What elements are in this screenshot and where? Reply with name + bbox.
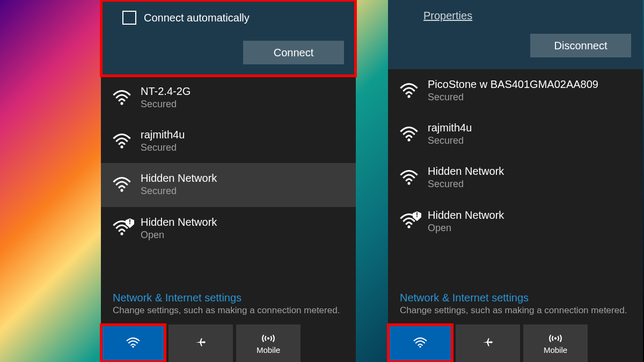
network-text: NT-2.4-2GSecured xyxy=(141,85,191,111)
network-item[interactable]: Hidden NetworkSecured xyxy=(101,163,356,206)
quick-action-tiles: Mobile xyxy=(388,324,643,362)
svg-point-3 xyxy=(120,233,123,235)
wifi-open-icon xyxy=(400,212,418,231)
airplane-mode-tile[interactable] xyxy=(456,324,520,362)
airplane-mode-tile[interactable] xyxy=(169,324,233,362)
network-item[interactable]: Hidden NetworkOpen xyxy=(101,207,356,250)
network-settings-subtitle: Change settings, such as making a connec… xyxy=(400,305,631,316)
properties-link[interactable]: Properties xyxy=(423,10,472,22)
network-item[interactable]: Hidden NetworkOpen xyxy=(388,200,643,243)
svg-point-5 xyxy=(267,337,269,339)
connect-button[interactable]: Connect xyxy=(243,41,344,64)
network-security: Secured xyxy=(141,98,191,111)
svg-point-1 xyxy=(120,145,123,148)
mobile-tile-label: Mobile xyxy=(257,345,280,354)
wifi-icon xyxy=(400,169,418,187)
wifi-icon xyxy=(400,82,418,100)
wifi-icon xyxy=(400,125,418,144)
network-security: Secured xyxy=(141,184,217,198)
network-list: NT-2.4-2GSecuredrajmith4uSecuredHidden N… xyxy=(101,76,356,286)
airplane-icon xyxy=(194,337,208,349)
network-item[interactable]: Hidden NetworkSecured xyxy=(388,156,643,200)
wifi-icon xyxy=(113,132,131,151)
network-text: PicoStone w BAS401GMA02AA809Secured xyxy=(428,78,598,104)
network-name: rajmith4u xyxy=(141,128,185,141)
mobile-hotspot-icon xyxy=(261,333,275,344)
network-name: Hidden Network xyxy=(141,216,217,228)
wifi-open-icon xyxy=(113,219,131,238)
wifi-icon xyxy=(413,337,427,349)
network-settings-link[interactable]: Network & Internet settings xyxy=(113,292,344,304)
network-security: Secured xyxy=(141,141,185,154)
wifi-icon xyxy=(113,176,131,194)
network-settings-subtitle: Change settings, such as making a connec… xyxy=(113,305,344,316)
svg-point-11 xyxy=(554,337,557,339)
network-security: Open xyxy=(428,221,504,235)
network-text: Hidden NetworkOpen xyxy=(428,209,504,235)
svg-point-9 xyxy=(407,226,410,228)
network-name: NT-2.4-2G xyxy=(141,85,191,98)
network-security: Secured xyxy=(428,91,598,104)
network-name: PicoStone w BAS401GMA02AA809 xyxy=(428,78,598,91)
network-text: Hidden NetworkSecured xyxy=(141,172,217,198)
network-name: rajmith4u xyxy=(428,121,472,134)
network-name: Hidden Network xyxy=(141,172,217,184)
network-settings-link[interactable]: Network & Internet settings xyxy=(400,292,631,304)
network-security: Secured xyxy=(428,178,504,191)
network-list: PicoStone w BAS401GMA02AA809Securedrajmi… xyxy=(388,69,643,286)
network-security: Open xyxy=(141,228,217,242)
mobile-hotspot-tile[interactable]: Mobile xyxy=(523,324,588,362)
svg-point-0 xyxy=(120,102,123,105)
svg-point-4 xyxy=(132,346,134,348)
connect-automatically-label: Connect automatically xyxy=(144,12,250,24)
network-name: Hidden Network xyxy=(428,209,504,221)
airplane-icon xyxy=(481,337,495,349)
connect-automatically-row[interactable]: Connect automatically xyxy=(113,0,344,41)
network-text: Hidden NetworkSecured xyxy=(428,165,504,191)
wifi-tile[interactable] xyxy=(388,324,452,362)
wifi-icon xyxy=(126,337,140,349)
expanded-network-section: Properties Disconnect xyxy=(388,0,643,69)
svg-point-10 xyxy=(419,346,421,348)
wifi-flyout-left: Connect automatically Connect NT-2.4-2GS… xyxy=(101,0,356,362)
network-item[interactable]: rajmith4uSecured xyxy=(388,113,643,156)
quick-action-tiles: Mobile xyxy=(101,324,356,362)
network-settings-section[interactable]: Network & Internet settings Change setti… xyxy=(101,286,356,319)
svg-point-6 xyxy=(407,95,410,98)
mobile-hotspot-tile[interactable]: Mobile xyxy=(236,324,301,362)
network-text: rajmith4uSecured xyxy=(428,121,472,147)
connect-automatically-checkbox[interactable] xyxy=(122,11,136,25)
svg-point-2 xyxy=(120,189,123,191)
wifi-icon xyxy=(113,89,131,107)
network-item[interactable]: NT-2.4-2GSecured xyxy=(101,76,356,120)
network-name: Hidden Network xyxy=(428,165,504,178)
wifi-tile[interactable] xyxy=(101,324,165,362)
expanded-network-section: Connect automatically Connect xyxy=(101,0,356,76)
network-item[interactable]: rajmith4uSecured xyxy=(101,120,356,163)
svg-point-8 xyxy=(407,182,410,184)
mobile-hotspot-icon xyxy=(548,333,562,344)
wifi-flyout-right: Properties Disconnect PicoStone w BAS401… xyxy=(388,0,643,362)
network-text: rajmith4uSecured xyxy=(141,128,185,154)
network-settings-section[interactable]: Network & Internet settings Change setti… xyxy=(388,286,643,319)
network-item[interactable]: PicoStone w BAS401GMA02AA809Secured xyxy=(388,69,643,113)
svg-point-7 xyxy=(407,138,410,141)
disconnect-button[interactable]: Disconnect xyxy=(530,34,631,57)
network-text: Hidden NetworkOpen xyxy=(141,216,217,242)
network-security: Secured xyxy=(428,134,472,147)
mobile-tile-label: Mobile xyxy=(544,345,567,354)
